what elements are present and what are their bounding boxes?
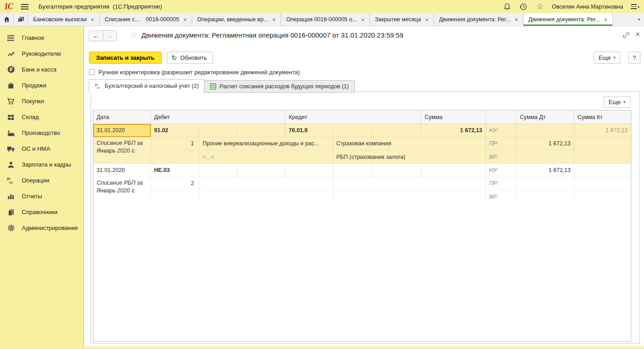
cell-debit-subconto1[interactable]: Прочие внереализационные доходы и рас... [199,137,333,150]
tab-bank-statements[interactable]: Банковские выписки × [28,13,100,26]
sidebar-item-sales[interactable]: Продажи [0,77,83,93]
cell-amount[interactable]: 1 672,13 [421,124,486,137]
sidebar-item-directories[interactable]: Справочники [0,204,83,220]
more-button-grid[interactable]: Еще ▾ [604,96,630,108]
close-icon[interactable]: × [425,17,429,23]
sidebar-item-purchases[interactable]: Покупки [0,93,83,109]
close-icon[interactable]: × [91,17,94,23]
tab-manual-operations[interactable]: Операции, введенные вр... × [192,13,281,26]
favorites-star-icon[interactable]: ☆ [536,2,544,11]
cell-pr-kt[interactable] [574,177,631,190]
cell-date-selected[interactable]: 31.01.2020 [93,124,151,137]
sidebar-item-warehouse[interactable]: Склад [0,109,83,125]
get-link-icon[interactable] [622,31,630,39]
col-header-amount[interactable]: Сумма [421,110,486,124]
gear-icon [7,224,15,232]
cell-debit-account[interactable]: 91.02 [151,124,199,137]
table-icon [210,83,216,90]
cell-debit-subconto2[interactable] [199,190,333,203]
menu-icon [7,34,15,42]
manual-adjustment-checkbox[interactable] [89,69,95,75]
cell-credit-account[interactable] [286,164,333,177]
col-header-amount-kt[interactable]: Сумма Кт [574,110,631,124]
cell-credit-subconto1[interactable] [333,177,486,190]
sidebar-item-manager[interactable]: Руководителю [0,46,83,62]
cell-amount[interactable] [421,164,486,177]
cell-nu-dt[interactable]: 1 672,13 [517,164,574,177]
manual-adjustment-row[interactable]: Ручная корректировка (разрешает редактир… [89,69,300,76]
cell-comment[interactable]: Списание РБП за Январь 2020 г. [93,137,151,163]
help-button[interactable]: ? [628,52,640,64]
col-header-debit[interactable]: Дебет [151,110,286,124]
close-icon[interactable]: × [183,17,187,23]
more-button-form[interactable]: Еще ▾ [594,52,620,64]
person-icon [7,161,15,169]
tab-doc-movements-2-active[interactable]: Движения документа: Рег... × [523,13,613,26]
indicator-pr: ПР: [486,177,517,190]
table-row[interactable]: 31.01.2020 НЕ.03 НУ: 1 672,13 2 Списание… [93,163,631,203]
sidebar-item-reports[interactable]: Отчеты [0,188,83,204]
col-header-credit[interactable]: Кредит [286,110,421,124]
tab-writeoff[interactable]: Списание с... 0016-000005 × [100,13,192,26]
cell-comment[interactable]: Списание РБП за Январь 2020 г. [93,177,151,203]
tab-operation[interactable]: Операция 0016-000005 о... × [281,13,370,26]
cell-debit-subconto2[interactable]: <...> [199,150,333,163]
tab-month-closing[interactable]: Закрытие месяца × [370,13,434,26]
cell-vr-dt[interactable] [517,150,574,163]
close-icon[interactable]: × [514,17,518,23]
sidebar-item-bank-cash[interactable]: ₽ Банк и касса [0,62,83,77]
manual-adjustment-label: Ручная корректировка (разрешает редактир… [98,69,300,76]
close-form-icon[interactable]: × [635,30,640,39]
tab-rbp-calculation[interactable]: Расчет списания расходов будущих периодо… [204,80,354,93]
cell-credit-subconto2[interactable]: РБП (страхование залога) [333,150,486,163]
cell-debit-account[interactable]: НЕ.03 [151,164,199,177]
chat-icon [17,16,25,23]
tab-doc-movements-1[interactable]: Движения документа: Рег... × [434,13,523,26]
refresh-button[interactable]: ↻ Обновить [167,52,213,64]
cell-credit-subconto1[interactable]: Страховая компания [333,137,486,150]
service-menu-icon[interactable]: ▾ [631,4,639,9]
close-icon[interactable]: × [604,17,607,23]
home-icon [3,16,10,23]
home-button[interactable] [0,13,14,26]
current-user-name[interactable]: Овсепян Анна Мартиновна [552,4,623,10]
sidebar-item-fixed-assets[interactable]: ОС и НМА [0,141,83,157]
cell-vr-kt[interactable] [574,150,631,163]
cell-credit-account[interactable]: 76.01.9 [286,124,333,137]
tab-overflow-icon[interactable]: ▾ [634,13,644,26]
close-icon[interactable]: × [272,17,276,23]
table-row[interactable]: 31.01.2020 91.02 76.01.9 1 672,13 НУ: 1 … [93,124,631,163]
cell-credit-subconto2[interactable] [333,190,486,203]
cell-pr-kt[interactable] [574,137,631,150]
col-header-date[interactable]: Дата [93,110,151,124]
sidebar-item-payroll-hr[interactable]: Зарплата и кадры [0,157,83,172]
cell-nu-dt[interactable] [517,124,574,137]
main-menu-icon[interactable] [21,4,29,10]
cell-nu-kt[interactable] [574,164,631,177]
forward-button[interactable]: → [103,31,116,41]
back-button[interactable]: ← [89,31,103,41]
col-header-amount-dt[interactable]: Сумма Дт [517,110,574,124]
cell-vr-dt[interactable] [517,190,574,203]
cell-pr-dt[interactable] [517,177,574,190]
sidebar-item-operations[interactable]: ДтКт Операции [0,172,83,188]
cell-vr-kt[interactable] [574,190,631,203]
cell-date[interactable]: 31.01.2020 [93,164,151,177]
history-icon[interactable] [519,2,528,11]
app-title: Бухгалтерия предприятия (1С:Предприятие) [39,3,162,10]
tab-accounting-tax[interactable]: ДтКт Бухгалтерский и налоговый учет (2) [89,79,204,93]
favorite-star-icon[interactable]: ☆ [130,30,137,41]
save-and-close-button[interactable]: Записать и закрыть [89,52,162,64]
notifications-bell-icon[interactable] [503,2,512,11]
indicator-nu: НУ: [486,164,517,177]
boxes-icon [7,113,15,121]
discussions-button[interactable] [14,13,28,26]
sidebar-item-main[interactable]: Главное [0,30,83,46]
cell-debit-subconto1[interactable] [199,177,333,190]
col-header-indicator[interactable] [486,110,517,124]
cell-pr-dt[interactable]: 1 672,13 [517,137,574,150]
sidebar-item-administration[interactable]: Администрирование [0,220,83,236]
sidebar-item-production[interactable]: Производство [0,125,83,141]
close-icon[interactable]: × [361,17,365,23]
cell-nu-kt[interactable]: 1 672,13 [574,124,631,137]
